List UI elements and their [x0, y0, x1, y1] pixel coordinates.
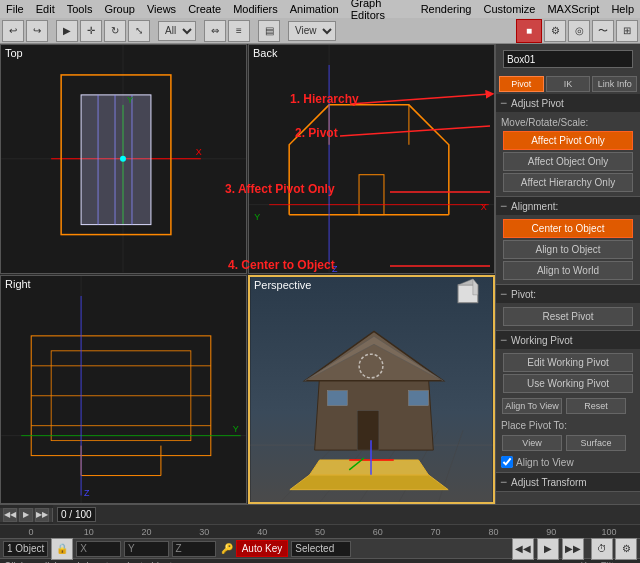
x-input[interactable]: [87, 543, 117, 554]
center-to-object-button[interactable]: Center to Object: [503, 219, 633, 238]
svg-rect-46: [357, 410, 379, 450]
auto-key-button[interactable]: Auto Key: [236, 540, 289, 557]
tl-next-button[interactable]: ▶▶: [35, 508, 49, 522]
surface-button[interactable]: Surface: [566, 435, 626, 451]
y-field[interactable]: Y: [124, 541, 169, 557]
align-to-world-button[interactable]: Align to World: [503, 261, 633, 280]
align-to-object-button[interactable]: Align to Object: [503, 240, 633, 259]
curve-editor-button[interactable]: 〜: [592, 20, 614, 42]
statusbar: 1 Object 🔒 X Y Z 🔑 Auto Key Selected ◀◀ …: [0, 538, 640, 558]
menu-customize[interactable]: Customize: [477, 3, 541, 15]
align-to-view-cb-label: Align to View: [516, 457, 574, 468]
tab-link-info[interactable]: Link Info: [592, 76, 637, 92]
ts-100: 100: [580, 527, 638, 537]
adjust-pivot-header[interactable]: − Adjust Pivot: [496, 94, 640, 112]
menu-create[interactable]: Create: [182, 3, 227, 15]
move-rotate-scale-label: Move/Rotate/Scale:: [496, 114, 640, 129]
menu-graph-editors[interactable]: Graph Editors: [345, 0, 415, 21]
view-surface-row: View Surface: [496, 432, 640, 454]
viewport-top[interactable]: Top X Y: [0, 44, 247, 274]
align-to-view-checkbox[interactable]: [501, 456, 513, 468]
ts-0: 0: [2, 527, 60, 537]
rotate-button[interactable]: ↻: [104, 20, 126, 42]
menu-views[interactable]: Views: [141, 3, 182, 15]
next-frame-button[interactable]: ▶▶: [562, 538, 584, 560]
svg-text:Z: Z: [332, 265, 338, 273]
scale-button[interactable]: ⤡: [128, 20, 150, 42]
hierarchy-tabs: Pivot IK Link Info: [496, 74, 640, 94]
menu-rendering[interactable]: Rendering: [415, 3, 478, 15]
menu-tools[interactable]: Tools: [61, 3, 99, 15]
view-button[interactable]: View: [502, 435, 562, 451]
ts-60: 60: [349, 527, 407, 537]
menu-edit[interactable]: Edit: [30, 3, 61, 15]
viewport-perspective[interactable]: Perspective: [248, 275, 495, 505]
menu-file[interactable]: File: [0, 3, 30, 15]
menu-group[interactable]: Group: [98, 3, 141, 15]
pivot-section: − Pivot: Reset Pivot: [496, 285, 640, 331]
prev-frame-button[interactable]: ◀◀: [512, 538, 534, 560]
redo-button[interactable]: ↪: [26, 20, 48, 42]
mirror-button[interactable]: ⇔: [204, 20, 226, 42]
time-config-button[interactable]: ⏱: [591, 538, 613, 560]
y-input[interactable]: [135, 543, 165, 554]
timescale: 0 10 20 30 40 50 60 70 80 90 100: [0, 524, 640, 538]
menu-modifiers[interactable]: Modifiers: [227, 3, 284, 15]
align-to-view-button[interactable]: Align To View: [502, 398, 562, 414]
collapse-icon: −: [500, 96, 507, 110]
tab-pivot[interactable]: Pivot: [499, 76, 544, 92]
z-input[interactable]: [182, 543, 212, 554]
view-select[interactable]: View: [288, 21, 336, 41]
use-working-pivot-button[interactable]: Use Working Pivot: [503, 374, 633, 393]
ts-30: 30: [175, 527, 233, 537]
object-count-field: 1 Object: [3, 541, 48, 557]
viewport-right[interactable]: Right Y Z: [0, 275, 247, 505]
filter-button[interactable]: ⚙: [615, 538, 637, 560]
viewport-right-svg: Y Z: [1, 276, 246, 504]
object-name-field[interactable]: [503, 50, 633, 68]
align-button[interactable]: ≡: [228, 20, 250, 42]
reset-pivot-button[interactable]: Reset Pivot: [503, 307, 633, 326]
menu-help[interactable]: Help: [605, 3, 640, 15]
adjust-pivot-section: − Adjust Pivot Move/Rotate/Scale: Affect…: [496, 94, 640, 197]
svg-point-9: [120, 156, 126, 162]
tab-ik[interactable]: IK: [546, 76, 591, 92]
menu-animation[interactable]: Animation: [284, 3, 345, 15]
working-pivot-header[interactable]: − Working Pivot: [496, 331, 640, 349]
undo-button[interactable]: ↩: [2, 20, 24, 42]
affect-object-only-button[interactable]: Affect Object Only: [503, 152, 633, 171]
move-button[interactable]: ✛: [80, 20, 102, 42]
edit-working-pivot-button[interactable]: Edit Working Pivot: [503, 353, 633, 372]
key-icon: 🔑: [221, 543, 233, 554]
tl-play-button[interactable]: ▶: [19, 508, 33, 522]
layer-button[interactable]: ▤: [258, 20, 280, 42]
material-editor-button[interactable]: ◎: [568, 20, 590, 42]
place-pivot-label: Place Pivot To:: [496, 417, 640, 432]
affect-pivot-only-button[interactable]: Affect Pivot Only: [503, 131, 633, 150]
affect-hierarchy-only-button[interactable]: Affect Hierarchy Only: [503, 173, 633, 192]
alignment-header[interactable]: − Alignment:: [496, 197, 640, 215]
timeline-bar[interactable]: 0 / 100: [53, 505, 640, 524]
render-button[interactable]: ■: [516, 19, 542, 43]
reset-button[interactable]: Reset: [566, 398, 626, 414]
pivot-header[interactable]: − Pivot:: [496, 285, 640, 303]
filter-select[interactable]: All: [158, 21, 196, 41]
viewport-back[interactable]: Back Y X Z: [248, 44, 495, 274]
working-pivot-label: Working Pivot: [511, 335, 573, 346]
lock-selection-button[interactable]: 🔒: [51, 538, 73, 560]
render-setup-button[interactable]: ⚙: [544, 20, 566, 42]
x-field[interactable]: X: [76, 541, 121, 557]
schematic-button[interactable]: ⊞: [616, 20, 638, 42]
svg-rect-17: [359, 175, 384, 215]
viewport-top-label: Top: [5, 47, 23, 59]
select-button[interactable]: ▶: [56, 20, 78, 42]
toolbar: ↩ ↪ ▶ ✛ ↻ ⤡ All ⇔ ≡ ▤ View ■ ⚙ ◎ 〜 ⊞: [0, 18, 640, 44]
adjust-transform-header[interactable]: − Adjust Transform: [496, 473, 640, 491]
align-to-view-checkbox-row: Align to View: [496, 454, 640, 470]
main-area: Top X Y: [0, 44, 640, 504]
play-button[interactable]: ▶: [537, 538, 559, 560]
z-field[interactable]: Z: [172, 541, 216, 557]
tl-prev-button[interactable]: ◀◀: [3, 508, 17, 522]
menu-maxscript[interactable]: MAXScript: [541, 3, 605, 15]
collapse-icon-5: −: [500, 475, 507, 489]
